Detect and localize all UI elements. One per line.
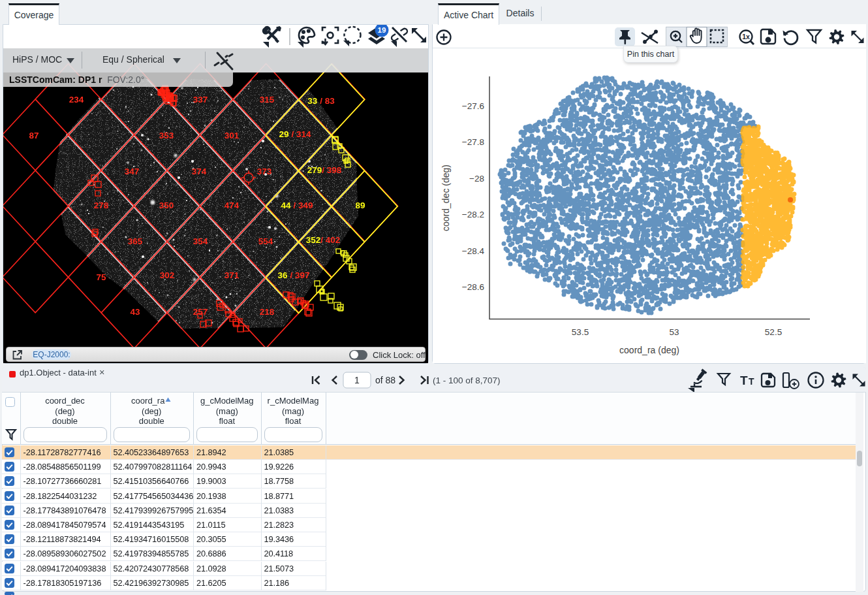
svg-text:374: 374 bbox=[192, 167, 207, 176]
svg-text:315: 315 bbox=[260, 95, 275, 105]
svg-text:of 88: of 88 bbox=[375, 375, 395, 385]
svg-text:302: 302 bbox=[160, 270, 175, 280]
svg-text:278: 278 bbox=[94, 201, 109, 210]
svg-text:301: 301 bbox=[225, 131, 240, 140]
svg-text:474: 474 bbox=[225, 201, 240, 210]
svg-text:36 / 397: 36 / 397 bbox=[278, 270, 310, 280]
svg-text:234: 234 bbox=[69, 95, 84, 105]
svg-text:(1 - 100 of 8,707): (1 - 100 of 8,707) bbox=[433, 376, 501, 385]
svg-text:347: 347 bbox=[125, 167, 140, 176]
svg-text:19: 19 bbox=[378, 26, 386, 34]
svg-text:33 / 83: 33 / 83 bbox=[307, 96, 335, 106]
svg-text:−28.6: −28.6 bbox=[462, 282, 484, 292]
svg-text:1x: 1x bbox=[742, 33, 750, 40]
svg-text:−28.2: −28.2 bbox=[462, 210, 484, 219]
svg-text:−28: −28 bbox=[469, 174, 484, 184]
svg-text:87: 87 bbox=[29, 131, 39, 140]
svg-text:218: 218 bbox=[260, 307, 275, 317]
svg-text:365: 365 bbox=[128, 236, 143, 246]
svg-text:352/ 402: 352/ 402 bbox=[306, 235, 341, 245]
svg-text:−28.4: −28.4 bbox=[462, 246, 485, 256]
svg-text:52.5: 52.5 bbox=[765, 327, 782, 337]
svg-text:53: 53 bbox=[669, 327, 679, 337]
svg-text:43: 43 bbox=[130, 307, 140, 317]
svg-text:373: 373 bbox=[257, 167, 272, 176]
svg-text:354: 354 bbox=[193, 236, 208, 246]
svg-text:337: 337 bbox=[193, 95, 208, 105]
svg-text:554: 554 bbox=[258, 236, 273, 246]
svg-text:75: 75 bbox=[96, 272, 106, 282]
svg-text:279/ 398: 279/ 398 bbox=[307, 165, 342, 175]
svg-text:coord_dec (deg): coord_dec (deg) bbox=[441, 165, 451, 231]
svg-text:53.5: 53.5 bbox=[572, 327, 589, 337]
svg-text:T: T bbox=[749, 376, 754, 387]
svg-text:−27.8: −27.8 bbox=[462, 137, 484, 147]
svg-text:44 / 349: 44 / 349 bbox=[281, 201, 313, 210]
svg-text:353: 353 bbox=[159, 131, 174, 140]
svg-text:T: T bbox=[740, 374, 748, 387]
svg-text:257: 257 bbox=[193, 307, 208, 317]
svg-text:371: 371 bbox=[225, 270, 240, 280]
svg-text:350: 350 bbox=[159, 201, 174, 210]
svg-text:89: 89 bbox=[355, 201, 365, 210]
svg-text:coord_ra (deg): coord_ra (deg) bbox=[619, 345, 679, 355]
svg-text:1: 1 bbox=[354, 375, 360, 385]
svg-text:−27.6: −27.6 bbox=[462, 101, 484, 111]
svg-text:29 / 314: 29 / 314 bbox=[279, 129, 311, 139]
